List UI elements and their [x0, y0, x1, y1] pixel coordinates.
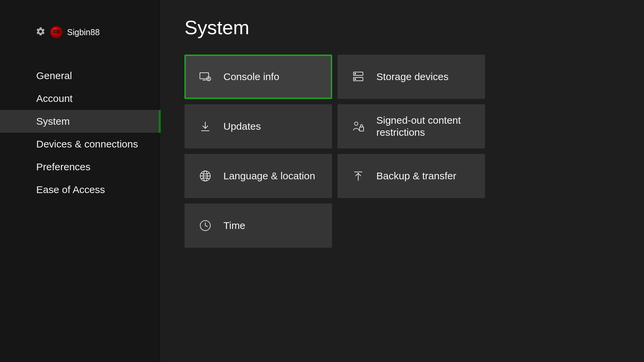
sidebar-item-preferences[interactable]: Preferences	[0, 156, 161, 178]
tile-time[interactable]: Time	[184, 203, 332, 248]
svg-point-9	[355, 122, 358, 125]
tile-updates[interactable]: Updates	[184, 104, 332, 148]
tile-label: Updates	[223, 120, 261, 132]
tile-label: Time	[223, 220, 246, 232]
sidebar-item-label: Ease of Access	[36, 184, 105, 195]
main-content: System Console info	[161, 0, 644, 362]
username: Sigbin88	[67, 27, 100, 37]
clock-icon	[199, 219, 212, 232]
user-header: Sigbin88	[0, 26, 161, 38]
svg-point-5	[355, 73, 356, 74]
svg-rect-0	[200, 73, 209, 79]
sidebar-item-label: General	[36, 70, 72, 81]
tile-label: Backup & transfer	[376, 170, 456, 182]
sidebar-item-label: System	[36, 116, 70, 127]
storage-devices-icon	[352, 70, 365, 83]
console-info-icon	[199, 70, 212, 83]
tile-label: Language & location	[223, 170, 315, 182]
tile-content-restrictions[interactable]: Signed-out content restrictions	[337, 104, 485, 148]
sidebar-nav: General Account System Devices & connect…	[0, 64, 161, 201]
sidebar-item-label: Devices & connections	[36, 138, 138, 150]
sidebar-item-general[interactable]: General	[0, 64, 161, 87]
sidebar-item-devices[interactable]: Devices & connections	[0, 133, 161, 156]
tile-backup-transfer[interactable]: Backup & transfer	[337, 154, 485, 198]
avatar	[50, 26, 62, 38]
svg-line-18	[205, 226, 208, 227]
tile-storage-devices[interactable]: Storage devices	[337, 55, 485, 99]
tile-console-info[interactable]: Console info	[184, 55, 332, 99]
svg-rect-10	[360, 127, 364, 131]
page-title: System	[184, 16, 644, 39]
svg-point-6	[355, 79, 356, 80]
tile-language-location[interactable]: Language & location	[184, 154, 332, 198]
tile-label: Signed-out content restrictions	[376, 114, 474, 138]
tile-label: Console info	[223, 71, 279, 83]
sidebar-item-label: Account	[36, 93, 72, 104]
sidebar-item-account[interactable]: Account	[0, 87, 161, 110]
sidebar-item-ease-of-access[interactable]: Ease of Access	[0, 178, 161, 201]
sidebar-item-label: Preferences	[36, 161, 91, 173]
globe-icon	[199, 169, 212, 183]
settings-gear-icon	[36, 26, 46, 38]
sidebar-item-system[interactable]: System	[0, 110, 161, 133]
upload-icon	[352, 169, 365, 183]
tile-grid: Console info Storage devices	[184, 55, 644, 248]
restrictions-icon	[352, 120, 365, 133]
tile-label: Storage devices	[376, 71, 448, 83]
updates-icon	[199, 120, 212, 133]
sidebar: Sigbin88 General Account System Devices …	[0, 0, 161, 362]
